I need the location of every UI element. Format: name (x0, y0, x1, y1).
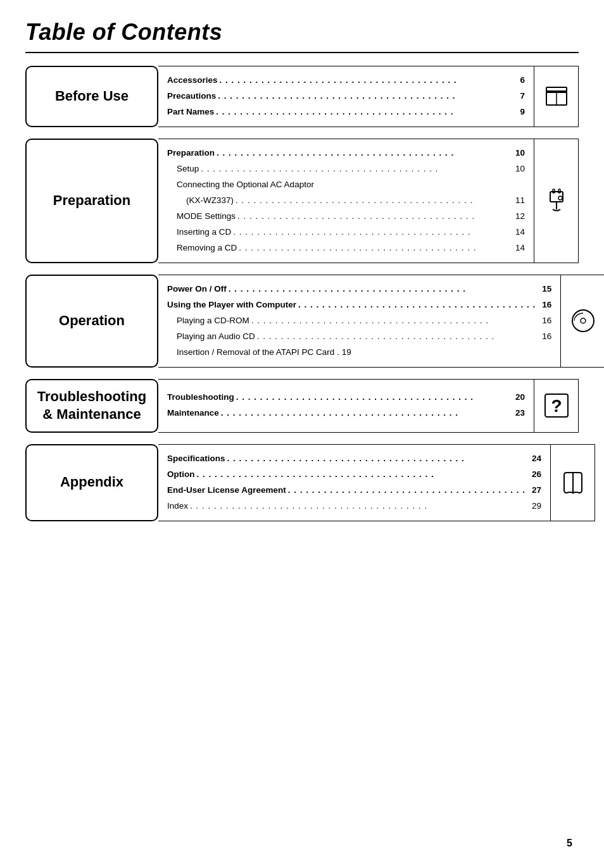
toc-entry: Power On / Off . . . . . . . . . . . . .… (167, 282, 551, 297)
entry-text: Option (167, 467, 195, 483)
svg-point-8 (581, 318, 586, 323)
entry-text: Specifications (167, 451, 225, 467)
section-content-preparation: Preparation . . . . . . . . . . . . . . … (158, 139, 534, 263)
entry-text: Using the Player with Computer (167, 297, 296, 313)
entry-text: Connecting the Optional AC Adaptor (177, 177, 314, 193)
toc-entry: End-User License Agreement . . . . . . .… (167, 483, 541, 499)
entry-dots: . . . . . . . . . . . . . . . . . . . . … (216, 104, 509, 120)
toc-entry: Setup . . . . . . . . . . . . . . . . . … (167, 161, 525, 177)
entry-text: Maintenance (167, 406, 219, 421)
entry-dots: . . . . . . . . . . . . . . . . . . . . … (233, 225, 509, 240)
title-divider (25, 52, 579, 53)
entry-page: 20 (511, 390, 525, 406)
section-label-text-appendix: Appendix (60, 473, 123, 492)
svg-point-6 (558, 196, 562, 200)
entry-page: 15 (538, 282, 551, 297)
toc-entry: Part Names . . . . . . . . . . . . . . .… (167, 104, 525, 120)
toc-entry: Connecting the Optional AC Adaptor (167, 177, 525, 193)
entry-text: Troubleshooting (167, 390, 234, 406)
toc-section-operation: OperationPower On / Off . . . . . . . . … (25, 275, 579, 368)
section-label-preparation: Preparation (25, 139, 158, 263)
toc-entry: Removing a CD . . . . . . . . . . . . . … (167, 240, 525, 256)
entry-text: Accessories (167, 73, 218, 89)
toc-entry: MODE Settings . . . . . . . . . . . . . … (167, 209, 525, 225)
section-icon-box-before-use (534, 66, 579, 127)
entry-dots: . . . . . . . . . . . . . . . . . . . . … (197, 467, 526, 483)
section-label-text-troubleshooting: Troubleshooting & Maintenance (37, 388, 146, 424)
entry-page: . 19 (337, 345, 351, 361)
entry-text: Index (167, 499, 188, 514)
page-number: 5 (567, 838, 572, 849)
entry-text: Setup (177, 161, 199, 177)
toc-container: Before UseAccessories . . . . . . . . . … (25, 66, 579, 521)
toc-entry: Accessories . . . . . . . . . . . . . . … (167, 73, 525, 89)
entry-page: 29 (527, 499, 541, 514)
entry-page: 6 (511, 73, 525, 89)
entry-text: Precautions (167, 89, 216, 104)
entry-dots: . . . . . . . . . . . . . . . . . . . . … (239, 240, 509, 256)
entry-text: Power On / Off (167, 282, 227, 297)
toc-section-troubleshooting: Troubleshooting & MaintenanceTroubleshoo… (25, 379, 579, 433)
entry-dots: . . . . . . . . . . . . . . . . . . . . … (229, 282, 536, 297)
question-icon: ? (541, 390, 572, 421)
toc-entry: Preparation . . . . . . . . . . . . . . … (167, 146, 525, 161)
toc-entry: (KX-WZ337) . . . . . . . . . . . . . . .… (167, 193, 525, 209)
plug-icon (541, 185, 572, 216)
toc-entry: Option . . . . . . . . . . . . . . . . .… (167, 467, 541, 483)
toc-entry: Maintenance . . . . . . . . . . . . . . … (167, 406, 525, 421)
section-content-troubleshooting: Troubleshooting . . . . . . . . . . . . … (158, 379, 534, 433)
section-label-operation: Operation (25, 275, 158, 368)
entry-page: 16 (538, 313, 551, 329)
section-content-before-use: Accessories . . . . . . . . . . . . . . … (158, 66, 534, 127)
section-icon-box-operation (561, 275, 604, 368)
entry-dots: . . . . . . . . . . . . . . . . . . . . … (201, 161, 509, 177)
entry-dots: . . . . . . . . . . . . . . . . . . . . … (237, 209, 509, 225)
book-icon (558, 468, 588, 498)
entry-page: 11 (511, 193, 525, 209)
toc-section-preparation: PreparationPreparation . . . . . . . . .… (25, 139, 579, 263)
entry-dots: . . . . . . . . . . . . . . . . . . . . … (288, 483, 525, 499)
entry-page: 23 (511, 406, 525, 421)
page-title: Table of Contents (25, 19, 579, 46)
entry-text: Playing an Audio CD (177, 329, 255, 345)
toc-entry: Playing a CD-ROM . . . . . . . . . . . .… (167, 313, 551, 329)
entry-page: 9 (511, 104, 525, 120)
entry-page: 16 (538, 297, 551, 313)
section-icon-box-preparation (534, 139, 579, 263)
toc-entry: Specifications . . . . . . . . . . . . .… (167, 451, 541, 467)
entry-page: 16 (538, 329, 551, 345)
entry-text: Removing a CD (177, 240, 237, 256)
entry-dots: . . . . . . . . . . . . . . . . . . . . … (236, 193, 509, 209)
toc-section-appendix: AppendixSpecifications . . . . . . . . .… (25, 444, 579, 521)
entry-page: 26 (527, 467, 541, 483)
section-icon-box-appendix (551, 444, 595, 521)
entry-dots: . . . . . . . . . . . . . . . . . . . . … (218, 89, 509, 104)
section-icon-box-troubleshooting: ? (534, 379, 579, 433)
entry-page: 10 (511, 161, 525, 177)
toc-section-before-use: Before UseAccessories . . . . . . . . . … (25, 66, 579, 127)
section-content-operation: Power On / Off . . . . . . . . . . . . .… (158, 275, 561, 368)
section-label-appendix: Appendix (25, 444, 158, 521)
entry-dots: . . . . . . . . . . . . . . . . . . . . … (257, 329, 536, 345)
entry-dots: . . . . . . . . . . . . . . . . . . . . … (190, 499, 525, 514)
entry-page: 10 (511, 146, 525, 161)
section-label-text-operation: Operation (59, 312, 125, 330)
box-icon (541, 81, 572, 111)
cd-icon (568, 306, 598, 336)
section-content-appendix: Specifications . . . . . . . . . . . . .… (158, 444, 551, 521)
entry-text: End-User License Agreement (167, 483, 286, 499)
section-label-text-before-use: Before Use (55, 87, 129, 106)
section-label-text-preparation: Preparation (53, 192, 130, 210)
entry-page: 27 (527, 483, 541, 499)
entry-text: Preparation (167, 146, 215, 161)
entry-dots: . . . . . . . . . . . . . . . . . . . . … (221, 406, 509, 421)
toc-entry: Using the Player with Computer . . . . .… (167, 297, 551, 313)
entry-text: MODE Settings (177, 209, 236, 225)
entry-page: 24 (527, 451, 541, 467)
entry-text: (KX-WZ337) (186, 193, 234, 209)
entry-dots: . . . . . . . . . . . . . . . . . . . . … (217, 146, 509, 161)
toc-entry: Insertion / Removal of the ATAPI PC Card… (167, 345, 551, 361)
entry-dots: . . . . . . . . . . . . . . . . . . . . … (251, 313, 536, 329)
entry-text: Insertion / Removal of the ATAPI PC Card (177, 345, 334, 361)
entry-page: 14 (511, 240, 525, 256)
